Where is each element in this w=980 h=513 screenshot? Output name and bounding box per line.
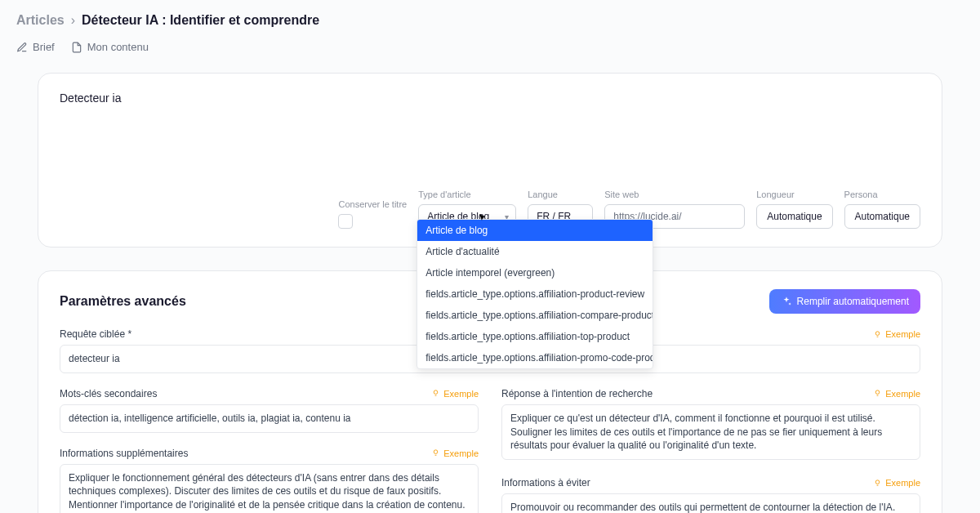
website-label: Site web [604,190,745,199]
article-type-label: Type d'article [418,190,516,199]
avoid-label: Informations à éviter [501,477,590,488]
svg-point-0 [875,331,880,335]
keywords-label: Mots-clés secondaires [60,388,157,399]
example-link[interactable]: Exemple [431,389,479,399]
pencil-icon [16,42,28,53]
example-link[interactable]: Exemple [431,448,479,458]
bulb-icon [431,448,440,457]
dropdown-item[interactable]: fields.article_type.options.affiliation-… [417,305,653,326]
tab-brief-label: Brief [33,41,55,53]
article-type-control: Type d'article Article de blog ▾ Article… [418,190,516,229]
dropdown-item[interactable]: Article de blog [417,220,653,241]
breadcrumb-root[interactable]: Articles [16,13,65,28]
svg-point-2 [434,390,438,395]
tabs: Brief Mon contenu [16,41,964,53]
svg-point-8 [875,480,880,484]
extra-label: Informations supplémentaires [60,448,188,459]
bulb-icon [873,389,882,398]
query-label: Requête ciblée * [60,328,131,340]
bulb-icon [873,330,882,339]
persona-control: Persona Automatique [844,190,920,229]
tab-brief[interactable]: Brief [16,41,55,53]
autofill-label: Remplir automatiquement [797,296,909,307]
document-icon [71,42,82,53]
svg-point-4 [434,450,438,454]
keep-title-control: Conserver le titre [338,199,407,229]
page-title: Détecteur IA : Identifier et comprendre [82,13,319,28]
length-select[interactable]: Automatique [756,204,832,229]
chevron-right-icon: › [71,13,75,28]
tab-content-label: Mon contenu [87,41,149,53]
avoid-field: Informations à éviter Exemple [501,477,920,513]
svg-point-6 [875,390,880,395]
advanced-title: Paramètres avancés [60,294,186,309]
keywords-input[interactable] [60,404,479,433]
persona-value: Automatique [855,211,910,222]
length-control: Longueur Automatique [756,190,832,229]
length-label: Longueur [756,190,832,199]
keywords-field: Mots-clés secondaires Exemple [60,388,479,433]
avoid-textarea[interactable] [501,493,920,513]
dropdown-item[interactable]: Article intemporel (evergreen) [417,262,653,283]
intent-label: Réponse à l'intention de recherche [501,388,653,399]
dropdown-item[interactable]: fields.article_type.options.affiliation-… [417,283,653,305]
bulb-icon [431,389,440,398]
keep-title-checkbox[interactable] [338,214,353,229]
length-value: Automatique [767,211,822,222]
bulb-icon [873,479,882,488]
article-title-input[interactable] [60,91,920,105]
extra-field: Informations supplémentaires Exemple [60,448,479,513]
article-type-dropdown: Article de blog Article d'actualité Arti… [416,219,653,369]
keep-title-label: Conserver le titre [338,199,407,209]
example-link[interactable]: Exemple [873,329,920,339]
extra-textarea[interactable] [60,464,479,513]
intent-textarea[interactable] [501,404,920,460]
example-link[interactable]: Exemple [873,478,920,488]
persona-label: Persona [844,190,920,199]
tab-content[interactable]: Mon contenu [71,41,149,53]
breadcrumb: Articles › Détecteur IA : Identifier et … [16,13,964,28]
language-label: Langue [528,190,593,199]
brief-card: Conserver le titre Type d'article Articl… [38,73,942,248]
dropdown-item[interactable]: fields.article_type.options.affiliation-… [417,326,653,347]
persona-select[interactable]: Automatique [844,204,920,229]
dropdown-item[interactable]: fields.article_type.options.affiliation-… [417,347,653,368]
autofill-button[interactable]: Remplir automatiquement [769,289,920,314]
intent-field: Réponse à l'intention de recherche Exemp… [501,388,920,462]
dropdown-item[interactable]: Article d'actualité [417,241,653,262]
sparkle-icon [781,296,792,307]
example-link[interactable]: Exemple [873,389,920,399]
